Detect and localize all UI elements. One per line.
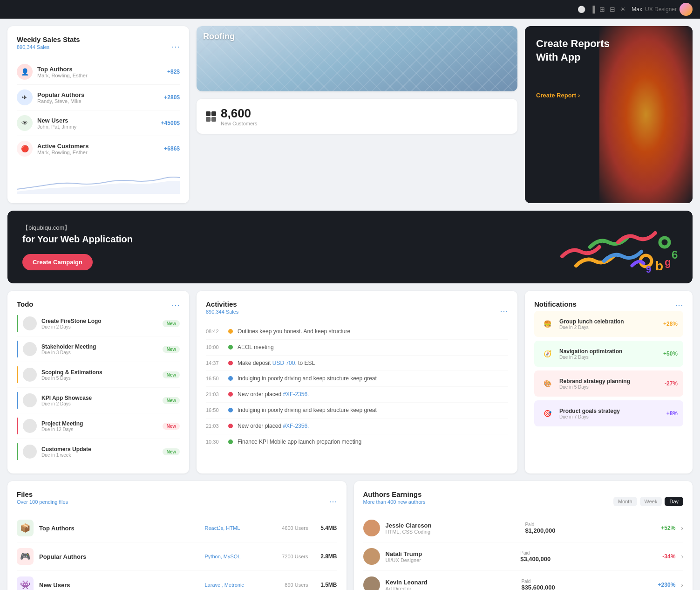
todo-name: Create FireStone Logo [41,318,102,324]
todo-menu[interactable]: ⋯ [171,301,180,309]
earnings-subtitle: More than 400 new authors [363,499,426,505]
todo-badge: New [163,397,180,404]
stat-row: 👁 New Users John, Pat, Jimmy +4500$ [17,110,180,136]
todo-item[interactable]: Scoping & Estimations Due in 5 Days New [17,362,180,388]
todo-avatar [23,342,37,356]
earnings-list: Jessie Clarcson HTML, CSS Coding Paid $1… [363,514,684,590]
notification-item[interactable]: 🎯 Product goals strategy Due in 7 Days +… [534,400,683,426]
activity-row: 08:42 Outlines keep you honest. And keep… [206,324,508,340]
stat-desc: Mark, Rowling, Esther [37,150,89,155]
notification-item[interactable]: 🍔 Group lunch celebration Due in 2 Days … [534,311,683,337]
file-size: 1.5MB [314,582,337,588]
file-name: New Users [39,582,70,589]
earnings-amount: $1,200,000 [525,527,555,534]
stat-value: +686$ [164,145,180,152]
file-row[interactable]: 🎮 Popular Authors Python, MySQL 7200 Use… [17,542,337,571]
earnings-name: Natali Trump [386,550,422,557]
todo-item[interactable]: Create FireStone Logo Due in 2 Days New [17,311,180,336]
earnings-arrow-icon[interactable]: › [681,524,683,532]
notifications-menu[interactable]: ⋯ [675,301,683,309]
create-campaign-button[interactable]: Create Campaign [22,254,93,270]
stat-value: +82$ [167,69,180,75]
todo-due: Due in 12 Days [41,427,83,432]
stat-name: Active Customers [37,143,89,150]
notif-icon: 🎨 [540,376,555,391]
activity-row: 14:37 Make deposit USD 700. to ESL [206,356,508,371]
stat-left: ✈ Popular Authors Randy, Steve, Mike [17,89,84,105]
stat-rows: 👤 Top Authors Mark, Rowling, Esther +82$… [17,59,180,161]
stat-icon: ✈ [17,89,33,105]
stat-desc: John, Pat, Jimmy [37,124,76,130]
sales-chart [17,166,180,194]
brightness-icon[interactable]: ☀ [620,6,626,13]
avatar[interactable] [680,3,693,16]
roofing-title: Roofing [203,32,235,41]
customers-num: 8,600 [221,106,257,121]
todo-bar [17,418,18,434]
todo-item[interactable]: KPI App Showcase Due in 2 Days New [17,388,180,413]
file-name: Popular Authors [39,553,86,560]
file-row[interactable]: 👾 New Users Laravel, Metronic 890 Users … [17,571,337,590]
reports-text: Create ReportsWith App Create Report › [525,26,693,110]
battery-icon: ▐ [590,6,595,13]
earnings-paid-label: Paid [520,550,550,556]
todo-name: KPI App Showcase [41,395,92,401]
tab-day[interactable]: Day [665,497,683,506]
todo-list: Create FireStone Logo Due in 2 Days New … [17,311,180,464]
apps-icon[interactable]: ⊞ [599,6,605,13]
activities-menu[interactable]: ⋯ [500,307,508,316]
earnings-avatar [363,520,380,536]
todo-card: Todo ⋯ Create FireStone Logo Due in 2 Da… [7,291,189,473]
file-size: 2.8MB [314,553,337,560]
create-report-link[interactable]: Create Report › [536,92,681,99]
svg-point-1 [660,238,669,247]
activities-card: Activities 890,344 Sales ⋯ 08:42 Outline… [197,291,517,473]
notif-icon: 🧭 [540,346,555,361]
earnings-arrow-icon[interactable]: › [681,553,683,560]
activity-time: 10:30 [206,439,224,445]
notif-icon: 🎯 [540,406,555,421]
campaign-decoration: b g 6 9 [553,211,693,283]
earnings-tabs: MonthWeekDay [613,497,683,506]
search-icon[interactable]: ⚪ [578,6,585,13]
file-size: 5.4MB [314,525,337,531]
main-content: Weekly Sales Stats 890,344 Sales ⋯ 👤 Top… [0,19,700,590]
tab-month[interactable]: Month [613,497,637,506]
notif-due: Due in 5 Days [559,384,630,390]
files-menu[interactable]: ⋯ [329,497,337,506]
user-role: UX Designer [645,6,677,13]
earnings-arrow-icon[interactable]: › [681,581,683,589]
earnings-avatar [363,548,380,565]
grid-icons [206,111,216,122]
campaign-card: 【biqubiqu.com】 for Your Web Application … [7,211,693,283]
todo-badge: New [163,320,180,327]
activity-link[interactable]: USD 700. [272,360,297,366]
tab-week[interactable]: Week [640,497,662,506]
file-icon: 👾 [17,576,34,590]
activity-text: Indulging in poorly driving and keep str… [238,375,377,383]
grid-icon[interactable]: ⊟ [610,6,615,13]
earnings-change: -34% [654,553,675,560]
topbar-icons: ⚪ ▐ ⊞ ⊟ ☀ [578,6,626,13]
files-card: Files Over 100 pending files ⋯ 📦 Top Aut… [7,481,347,590]
todo-bar [17,443,18,460]
todo-avatar [23,419,37,433]
activity-time: 08:42 [206,329,224,334]
activity-link[interactable]: #XF-2356. [283,391,309,398]
todo-badge: New [163,423,180,430]
todo-item[interactable]: Project Meeting Due in 12 Days New [17,413,180,439]
roofing-img-inner [197,26,517,91]
notification-item[interactable]: 🧭 Navigation optimization Due in 2 Days … [534,341,683,367]
file-row[interactable]: 📦 Top Authors ReactJs, HTML 4600 Users 5… [17,514,337,542]
todo-bar [17,341,18,357]
files-list: 📦 Top Authors ReactJs, HTML 4600 Users 5… [17,514,337,590]
activity-link[interactable]: #XF-2356. [283,423,309,429]
file-icon: 📦 [17,520,34,536]
weekly-sales-menu[interactable]: ⋯ [171,42,180,51]
activity-text: New order placed #XF-2356. [238,422,309,430]
notif-name: Rebrand strategy planning [559,378,630,384]
todo-item[interactable]: Stakeholder Meeting Due in 3 Days New [17,336,180,362]
earnings-row: Jessie Clarcson HTML, CSS Coding Paid $1… [363,514,684,542]
notification-item[interactable]: 🎨 Rebrand strategy planning Due in 5 Day… [534,370,683,397]
todo-item[interactable]: Customers Update Due in 1 week New [17,439,180,464]
